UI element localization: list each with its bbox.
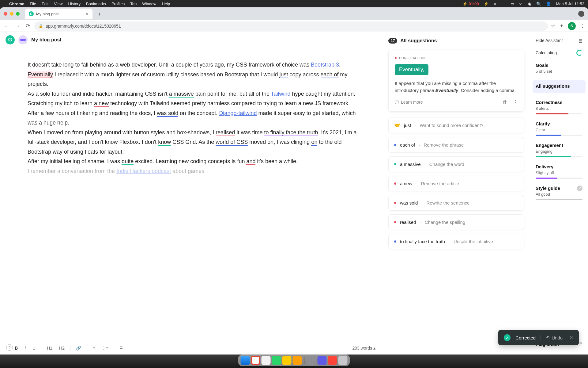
chrome-menu-icon[interactable]: ⋮ (580, 23, 585, 29)
h2-button[interactable]: H2 (58, 345, 66, 351)
new-tab-button[interactable]: ＋ (97, 10, 102, 17)
grammarly-logo-icon[interactable]: G (6, 35, 15, 44)
underline-know[interactable]: know (158, 139, 171, 146)
document-editor[interactable]: It doesn't take long to fall behind as a… (0, 48, 383, 341)
suggestion-row[interactable]: was sold· Rewrite the sentence (388, 195, 524, 211)
layout-toggle-icon[interactable]: ▤ (579, 38, 582, 43)
highlight-eventually[interactable]: Eventually (28, 71, 53, 78)
address-bar[interactable]: 🔒 app.grammarly.com/ddocs/1215020651 (34, 21, 548, 31)
menubar-datetime[interactable]: Mon 5 Jul 11:53 (556, 2, 584, 6)
control-center-icon[interactable]: ◉ (528, 2, 531, 6)
correctness-section[interactable]: Correctness 8 alerts (536, 100, 582, 114)
underline-was-sold[interactable]: was sold (157, 110, 178, 117)
suggestion-row[interactable]: a new· Remove the article (388, 176, 524, 191)
bookmark-star-icon[interactable]: ☆ (551, 23, 555, 29)
italic-button[interactable]: I (23, 345, 27, 351)
assistant-toggle-icon[interactable] (18, 35, 28, 44)
battery-status-icon[interactable]: ⚡01:00 (462, 2, 479, 6)
paragraph[interactable]: When I moved on from playing around with… (28, 128, 361, 157)
menu-window[interactable]: Window (142, 2, 156, 6)
learn-more-link[interactable]: ⓘLearn more (395, 100, 423, 105)
dismiss-suggestion-button[interactable]: 🗑 (503, 99, 507, 105)
dock-chrome-icon[interactable] (251, 356, 260, 365)
suggestion-replacement-chip[interactable]: Eventually, (395, 64, 428, 75)
delivery-section[interactable]: Delivery Slightly off (536, 164, 582, 179)
profile-avatar[interactable]: S (568, 22, 576, 30)
underline-a-new[interactable]: a new (94, 100, 109, 107)
menu-edit[interactable]: Edit (42, 2, 48, 6)
tab-overflow-icon[interactable] (578, 11, 584, 17)
document-title[interactable]: My blog post (31, 37, 62, 43)
menu-history[interactable]: History (68, 2, 80, 6)
underline-to-finally[interactable]: to finally face the truth (264, 129, 318, 136)
underline-world-of-css[interactable]: world of CSS (216, 139, 248, 146)
unordered-list-button[interactable]: ⋮≡ (100, 345, 110, 351)
close-window-button[interactable] (4, 12, 7, 16)
tab-close-button[interactable]: ✕ (85, 11, 89, 16)
underline-realised[interactable]: realised (216, 129, 235, 136)
menu-help[interactable]: Help (162, 2, 170, 6)
maximize-window-button[interactable] (16, 12, 20, 16)
dock-app-icon[interactable] (282, 356, 292, 365)
underline-just[interactable]: just (279, 71, 288, 78)
browser-tab[interactable]: G My blog post ✕ (25, 9, 92, 19)
menu-file[interactable]: File (30, 2, 36, 6)
suggestion-row[interactable]: a massive· Change the word (388, 156, 524, 172)
menu-tab[interactable]: Tab (130, 2, 137, 6)
underline-and[interactable]: and (246, 158, 255, 165)
style-guide-section[interactable]: Style guide✓ All good (536, 186, 582, 200)
paragraph-cutoff[interactable]: I remember a conversation from the Indie… (28, 167, 361, 176)
link-django-tailwind[interactable]: Django-tailwind (219, 110, 257, 116)
suggestion-row[interactable]: each of· Remove the phrase (388, 137, 524, 153)
active-app-name[interactable]: Chrome (9, 2, 24, 6)
suggestion-row[interactable]: to finally face the truth· Unsplit the i… (388, 234, 524, 249)
link-bootstrap[interactable]: Bootstrap 3 (311, 62, 339, 68)
suggestion-row[interactable]: 🤝 just · Want to sound more confident? (388, 117, 524, 133)
link-indie-hackers[interactable]: Indie Hackers podcast (116, 168, 171, 174)
dock-app-icon[interactable] (262, 356, 271, 365)
dock-app-icon[interactable] (272, 356, 281, 365)
h1-button[interactable]: H1 (46, 345, 54, 351)
status-icon-2[interactable]: ⋯ (502, 2, 506, 6)
dock-app-icon[interactable] (318, 356, 327, 365)
ordered-list-button[interactable]: ≡ (91, 345, 96, 351)
underline-quite[interactable]: quite (122, 158, 134, 165)
power-icon[interactable]: ▭ (511, 2, 514, 6)
goals-section[interactable]: Goals 5 of 5 set (536, 63, 582, 74)
all-suggestions-section[interactable]: All suggestions (533, 80, 586, 93)
user-switch-icon[interactable]: 👤 (546, 2, 551, 6)
help-icon[interactable]: ? (6, 344, 13, 351)
link-button[interactable]: 🔗 (75, 345, 82, 351)
dock-app-icon[interactable] (307, 356, 316, 365)
dock-trash-icon[interactable] (338, 356, 348, 365)
underline-a-massive[interactable]: a massive (169, 91, 194, 98)
word-count[interactable]: 293 words ▴ (352, 346, 375, 351)
undo-button[interactable]: ↶Undo (541, 335, 563, 340)
reload-button[interactable]: ⟳ (24, 21, 31, 30)
toast-close-button[interactable]: ✕ (569, 335, 573, 340)
paragraph[interactable]: As a solo founder and indie hacker, main… (28, 89, 361, 109)
underline-each-of[interactable]: each of (321, 71, 339, 78)
clarity-section[interactable]: Clarity Clear (536, 121, 582, 136)
extensions-icon[interactable]: ✦ (560, 23, 564, 29)
spotlight-icon[interactable]: 🔍 (536, 2, 541, 6)
clear-format-button[interactable]: T̶ (119, 345, 124, 351)
paragraph[interactable]: After a few hours of tinkering and readi… (28, 109, 361, 128)
back-button[interactable]: ← (3, 22, 11, 30)
bold-button[interactable]: B (13, 345, 19, 351)
status-icon-1[interactable]: ✕ (493, 2, 497, 6)
suggestion-menu-icon[interactable]: ⋮ (513, 99, 518, 105)
dock-app-icon[interactable] (293, 356, 302, 365)
underline-button[interactable]: U (31, 345, 37, 351)
link-tailwind[interactable]: Tailwind (271, 91, 291, 97)
paragraph[interactable]: It doesn't take long to fall behind as a… (28, 60, 361, 89)
menu-bookmarks[interactable]: Bookmarks (86, 2, 106, 6)
suggestion-row[interactable]: realised· Change the spelling (388, 214, 524, 230)
quick-action-icon[interactable]: ⚡ (484, 2, 488, 6)
dock-finder-icon[interactable] (241, 356, 250, 365)
engagement-section[interactable]: Engagement Engaging (536, 143, 582, 157)
menu-profiles[interactable]: Profiles (111, 2, 125, 6)
dock-app-icon[interactable] (328, 356, 337, 365)
underline-on[interactable]: on (311, 139, 317, 146)
hide-assistant-button[interactable]: Hide Assistant (536, 38, 563, 43)
